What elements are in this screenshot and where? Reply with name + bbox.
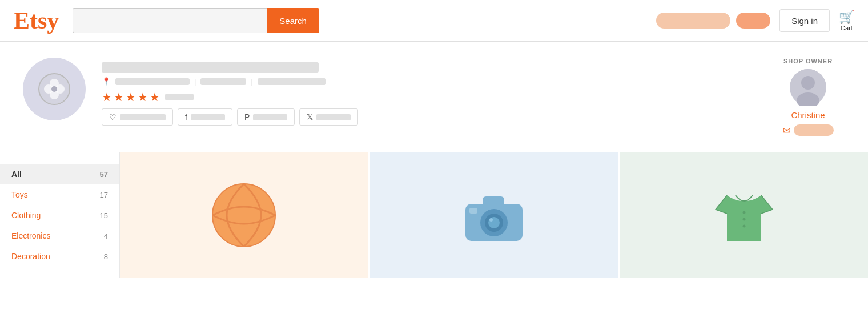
- product-card-toys[interactable]: [120, 152, 370, 278]
- sidebar-item-clothing[interactable]: Clothing 15: [0, 205, 119, 226]
- basketball-icon: [207, 178, 281, 252]
- favorite-button[interactable]: ♡: [102, 108, 173, 126]
- product-card-clothing[interactable]: [620, 152, 868, 278]
- svg-rect-16: [469, 208, 477, 214]
- sidebar-count-decoration: 8: [104, 252, 108, 261]
- sidebar-label-toys: Toys: [11, 190, 28, 199]
- shop-avatar: [23, 58, 86, 120]
- twitter-icon: 𝕏: [307, 112, 313, 122]
- sidebar-item-electronics[interactable]: Electronics 4: [0, 226, 119, 246]
- fav-label-bar: [120, 114, 166, 120]
- owner-name: Christine: [791, 110, 825, 120]
- pinterest-icon: P: [244, 112, 250, 122]
- pin-label-bar: [253, 114, 287, 120]
- star-count-bar: [165, 94, 194, 100]
- sidebar-count-all: 57: [100, 170, 108, 179]
- facebook-button[interactable]: f: [178, 108, 232, 126]
- twitter-button[interactable]: 𝕏: [299, 108, 358, 126]
- message-icon: ✉: [783, 125, 790, 136]
- header-pills: [656, 13, 770, 29]
- star-2: ★: [114, 90, 124, 104]
- sidebar: All 57 Toys 17 Clothing 15 Electronics 4…: [0, 152, 120, 278]
- star-1: ★: [102, 90, 112, 104]
- svg-point-7: [801, 76, 815, 90]
- shop-name-bar: [102, 62, 319, 73]
- sidebar-count-clothing: 15: [100, 211, 108, 220]
- heart-icon: ♡: [109, 112, 116, 122]
- shop-info: 📍 | | ★ ★ ★ ★ ★ ♡ f P: [102, 58, 420, 126]
- owner-avatar: [790, 69, 826, 106]
- sidebar-label-clothing: Clothing: [11, 211, 41, 220]
- sidebar-count-toys: 17: [100, 191, 108, 199]
- meta-sep-1: |: [194, 77, 196, 86]
- svg-point-5: [51, 86, 57, 92]
- shirt-icon: [707, 178, 781, 252]
- product-card-camera[interactable]: [370, 152, 620, 278]
- shop-avatar-wrap: [23, 58, 86, 120]
- star-3: ★: [126, 90, 136, 104]
- meta-location-bar: [115, 78, 190, 85]
- cart-icon: 🛒: [839, 10, 854, 25]
- svg-rect-11: [483, 196, 504, 208]
- svg-point-17: [742, 211, 745, 214]
- cart-area[interactable]: 🛒 Cart: [839, 10, 854, 31]
- stars: ★ ★ ★ ★ ★: [102, 90, 420, 104]
- message-bar: [794, 124, 834, 136]
- sidebar-label-decoration: Decoration: [11, 252, 50, 261]
- owner-avatar-icon: [790, 69, 826, 106]
- sidebar-item-decoration[interactable]: Decoration 8: [0, 246, 119, 267]
- logo: Etsy: [14, 7, 59, 34]
- shop-meta: 📍 | |: [102, 77, 420, 86]
- meta-sep-2: |: [251, 77, 252, 86]
- owner-message: ✉: [783, 124, 834, 136]
- location-icon: 📍: [102, 77, 111, 86]
- star-5: ★: [150, 90, 160, 104]
- shop-owner-label: SHOP OWNER: [783, 58, 833, 65]
- facebook-icon: f: [185, 112, 187, 122]
- svg-point-19: [742, 225, 745, 228]
- svg-point-9: [212, 184, 275, 247]
- main-content: All 57 Toys 17 Clothing 15 Electronics 4…: [0, 152, 868, 278]
- search-input[interactable]: [73, 8, 267, 33]
- shop-logo-icon: [38, 73, 70, 105]
- product-grid: [120, 152, 868, 278]
- star-4: ★: [138, 90, 148, 104]
- search-button[interactable]: Search: [267, 8, 319, 33]
- header-pill-short: [736, 13, 770, 29]
- pinterest-button[interactable]: P: [237, 108, 295, 126]
- svg-point-18: [742, 218, 745, 221]
- shop-owner-section: SHOP OWNER Christine ✉: [771, 58, 845, 136]
- tw-label-bar: [316, 114, 351, 120]
- camera-icon: [457, 178, 531, 252]
- svg-point-15: [489, 218, 493, 222]
- header-pill-wide: [656, 13, 730, 29]
- meta-bar-3: [258, 78, 326, 85]
- search-bar: Search: [73, 8, 335, 33]
- social-buttons: ♡ f P 𝕏: [102, 108, 420, 126]
- sidebar-item-all[interactable]: All 57: [0, 164, 119, 184]
- header: Etsy Search Sign in 🛒 Cart: [0, 0, 868, 42]
- meta-bar-2: [200, 78, 246, 85]
- sidebar-label-all: All: [11, 170, 22, 179]
- fb-label-bar: [191, 114, 225, 120]
- shop-profile: 📍 | | ★ ★ ★ ★ ★ ♡ f P: [0, 42, 868, 152]
- cart-label: Cart: [841, 25, 853, 31]
- sidebar-item-toys[interactable]: Toys 17: [0, 184, 119, 205]
- signin-button[interactable]: Sign in: [779, 9, 830, 32]
- sidebar-label-electronics: Electronics: [11, 231, 50, 240]
- sidebar-count-electronics: 4: [104, 232, 108, 240]
